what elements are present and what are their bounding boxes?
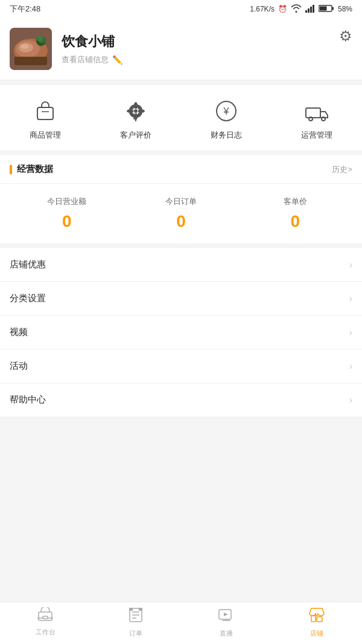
stat-per-order-label: 客单价 bbox=[284, 196, 307, 207]
business-data-header: 经营数据 历史> bbox=[0, 155, 362, 184]
svg-rect-37 bbox=[43, 616, 48, 619]
list-item-activity[interactable]: 活动 › bbox=[0, 349, 362, 383]
svg-rect-45 bbox=[139, 608, 142, 611]
status-bar: 下午2:48 1.67K/s ⏰ 58% bbox=[0, 0, 362, 18]
chevron-icon: › bbox=[349, 327, 352, 338]
workbench-nav-label: 工作台 bbox=[36, 628, 56, 637]
menu-item-finance[interactable]: ¥ 财务日志 bbox=[181, 97, 272, 141]
svg-rect-2 bbox=[310, 7, 312, 13]
status-time: 下午2:48 bbox=[10, 4, 40, 14]
alarm-icon: ⏰ bbox=[278, 5, 287, 13]
store-subtitle: 查看店铺信息 ✏️ bbox=[62, 54, 352, 65]
status-right: 1.67K/s ⏰ 58% bbox=[250, 4, 352, 14]
history-link[interactable]: 历史> bbox=[332, 164, 352, 175]
svg-rect-1 bbox=[308, 8, 310, 13]
svg-text:¥: ¥ bbox=[223, 106, 229, 116]
svg-rect-16 bbox=[10, 28, 52, 70]
stat-orders-label: 今日订单 bbox=[165, 196, 197, 207]
finance-label: 财务日志 bbox=[211, 130, 242, 141]
chevron-icon: › bbox=[349, 293, 352, 304]
list-item-discount[interactable]: 店铺优惠 › bbox=[0, 248, 362, 282]
store-info: 饮食小铺 查看店铺信息 ✏️ bbox=[62, 33, 352, 65]
menu-item-review[interactable]: 客户评价 bbox=[91, 97, 181, 141]
settings-button[interactable]: ⚙ bbox=[339, 28, 352, 45]
quick-menu: 商品管理 客户评价 ¥ bbox=[0, 85, 362, 150]
chevron-icon: › bbox=[349, 260, 352, 270]
nav-store[interactable]: 店铺 bbox=[272, 607, 362, 638]
chevron-icon: › bbox=[349, 395, 352, 406]
list-item-category[interactable]: 分类设置 › bbox=[0, 282, 362, 316]
store-header: 饮食小铺 查看店铺信息 ✏️ ⚙ bbox=[0, 18, 362, 80]
workbench-icon bbox=[37, 607, 53, 625]
svg-point-35 bbox=[322, 117, 325, 121]
business-data-title: 经营数据 bbox=[10, 164, 53, 175]
store-icon bbox=[308, 607, 325, 626]
list-item-video[interactable]: 视频 › bbox=[0, 316, 362, 349]
bag-icon bbox=[31, 97, 59, 125]
truck-icon bbox=[303, 97, 331, 125]
yen-icon: ¥ bbox=[212, 97, 240, 125]
stat-orders-value: 0 bbox=[176, 212, 186, 231]
stat-per-order-value: 0 bbox=[291, 212, 300, 231]
stats-row: 今日营业额 0 今日订单 0 客单价 0 bbox=[0, 184, 362, 243]
store-logo bbox=[10, 28, 52, 70]
review-label: 客户评价 bbox=[120, 130, 151, 141]
store-nav-label: 店铺 bbox=[310, 629, 323, 638]
stat-per-order: 客单价 0 bbox=[238, 196, 352, 231]
svg-rect-3 bbox=[313, 5, 314, 13]
orders-nav-label: 订单 bbox=[129, 629, 142, 638]
svg-point-34 bbox=[309, 117, 313, 121]
svg-rect-33 bbox=[306, 108, 320, 118]
menu-item-goods[interactable]: 商品管理 bbox=[0, 97, 91, 141]
svg-rect-6 bbox=[319, 6, 326, 10]
flower-icon bbox=[122, 97, 150, 125]
signal-icon bbox=[305, 4, 315, 14]
svg-rect-5 bbox=[332, 7, 334, 10]
svg-rect-0 bbox=[305, 10, 307, 13]
list-section: 店铺优惠 › 分类设置 › 视频 › 活动 › 帮助中心 › bbox=[0, 248, 362, 416]
goods-label: 商品管理 bbox=[30, 130, 61, 141]
nav-live[interactable]: 直播 bbox=[181, 607, 272, 638]
nav-orders[interactable]: 订单 bbox=[91, 607, 181, 638]
svg-rect-50 bbox=[317, 617, 322, 622]
live-nav-label: 直播 bbox=[220, 629, 233, 638]
battery-percent: 58% bbox=[338, 5, 352, 13]
stat-revenue: 今日营业额 0 bbox=[10, 196, 124, 231]
live-icon bbox=[218, 607, 235, 626]
orders-icon bbox=[129, 607, 143, 626]
business-data-section: 经营数据 历史> 今日营业额 0 今日订单 0 客单价 0 bbox=[0, 155, 362, 243]
bottom-nav: 工作台 订单 直播 bbox=[0, 602, 362, 644]
chevron-icon: › bbox=[349, 361, 352, 372]
svg-rect-49 bbox=[311, 616, 316, 622]
wifi-icon bbox=[291, 4, 302, 14]
stat-revenue-label: 今日营业额 bbox=[47, 196, 86, 207]
stat-revenue-value: 0 bbox=[62, 212, 72, 231]
battery-level bbox=[319, 4, 334, 14]
menu-item-operations[interactable]: 运营管理 bbox=[272, 97, 362, 141]
stat-orders: 今日订单 0 bbox=[124, 196, 238, 231]
store-name: 饮食小铺 bbox=[62, 33, 352, 51]
network-speed: 1.67K/s bbox=[250, 5, 275, 13]
svg-point-29 bbox=[134, 109, 138, 113]
svg-rect-44 bbox=[129, 608, 133, 611]
nav-workbench[interactable]: 工作台 bbox=[0, 607, 91, 638]
operations-label: 运营管理 bbox=[301, 130, 332, 141]
svg-marker-47 bbox=[224, 613, 228, 616]
svg-rect-17 bbox=[37, 107, 53, 120]
edit-icon[interactable]: ✏️ bbox=[112, 55, 122, 65]
list-item-help[interactable]: 帮助中心 › bbox=[0, 383, 362, 416]
